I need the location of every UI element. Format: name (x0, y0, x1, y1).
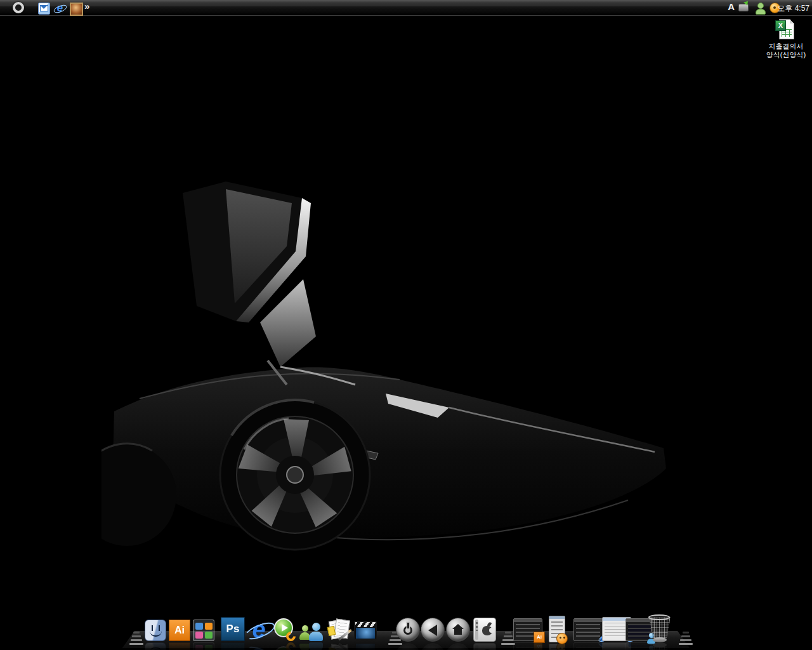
documents-icon[interactable] (327, 618, 351, 641)
desktop: e » A 오후 4:57 X 지출결의서 양식(신양식) Ai Ps e (0, 0, 812, 650)
removable-device-icon[interactable] (738, 4, 749, 11)
internet-explorer-icon[interactable]: e (55, 3, 65, 13)
outlook-express-icon[interactable] (38, 3, 50, 15)
menu-bar: e » A 오후 4:57 (0, 0, 812, 16)
ime-language-indicator[interactable]: A (728, 1, 735, 12)
apple-card-icon[interactable] (473, 618, 496, 642)
excel-file-icon: X (776, 19, 796, 41)
desktop-icon-excel-file[interactable]: X 지출결의서 양식(신양식) (759, 19, 812, 59)
toolbar-overflow-chevron[interactable]: » (84, 1, 89, 11)
browser-window-dark-thumbnail[interactable]: e (573, 618, 603, 641)
trash-icon[interactable] (649, 615, 671, 642)
dock-separator (128, 630, 145, 645)
egg-mascot-badge-icon (556, 633, 568, 644)
wallpaper-car (102, 170, 672, 559)
desktop-icon-label: 지출결의서 양식(신양식) (759, 43, 812, 59)
clock[interactable]: 오후 4:57 (777, 3, 809, 14)
stack-box-icon[interactable] (193, 620, 214, 641)
menubar-gloss (0, 0, 812, 6)
home-button[interactable] (446, 618, 470, 642)
internet-explorer-dock-icon[interactable]: e (246, 617, 272, 642)
photoshop-icon[interactable]: Ps (221, 617, 245, 641)
power-button[interactable] (396, 618, 420, 642)
illustrator-badge-icon: Ai (534, 632, 545, 643)
illustrator-icon[interactable]: Ai (169, 620, 190, 641)
movies-icon[interactable] (354, 621, 377, 640)
back-button[interactable] (421, 618, 445, 642)
messenger-online-icon[interactable] (756, 3, 765, 13)
excel-x-glyph: X (775, 20, 786, 31)
dock: Ai Ps e Ai (121, 614, 691, 650)
playlist-window-thumbnail[interactable] (549, 616, 565, 642)
illustrator-window-thumbnail[interactable]: Ai (513, 618, 542, 641)
finder-icon[interactable] (145, 620, 166, 641)
office-media-icon[interactable] (273, 618, 296, 641)
picture-viewer-icon[interactable] (70, 3, 83, 16)
start-orb-icon[interactable] (13, 2, 24, 13)
dock-separator (678, 630, 694, 645)
messenger-icon[interactable] (299, 618, 325, 641)
